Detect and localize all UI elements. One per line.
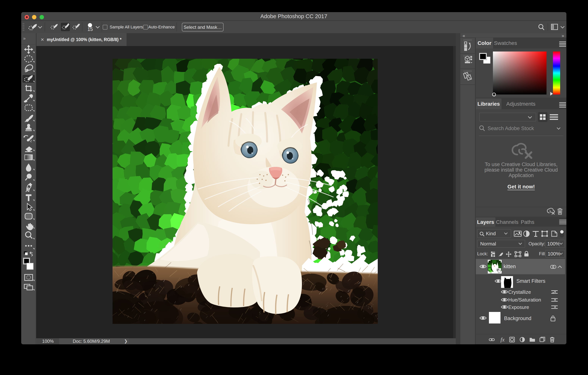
svg-text:fx: fx	[501, 337, 505, 343]
